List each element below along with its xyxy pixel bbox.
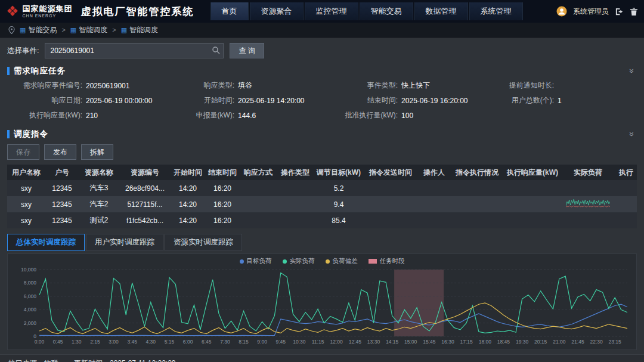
demand-field: 用户总数(个):1 xyxy=(492,94,637,107)
tab-1[interactable]: 总体实时调度跟踪 xyxy=(7,234,85,251)
svg-text:23:15: 23:15 xyxy=(609,339,622,345)
command-buttons: 保存发布拆解 xyxy=(7,144,637,160)
svg-text:3:45: 3:45 xyxy=(127,339,137,345)
event-select-label: 选择事件: xyxy=(7,46,39,56)
nav-item-6[interactable]: 系统管理 xyxy=(469,2,523,20)
table-cell: 16:20 xyxy=(205,216,240,225)
nav-item-1[interactable]: 首页 xyxy=(210,2,249,20)
svg-text:14:15: 14:15 xyxy=(386,339,399,345)
trash-icon[interactable] xyxy=(630,7,638,16)
field-label: 执行响应量(kW): xyxy=(7,110,82,120)
legend-item[interactable]: 负荷偏差 xyxy=(326,257,358,265)
column-header: 操作人 xyxy=(417,168,451,178)
nav-item-2[interactable]: 资源聚合 xyxy=(250,2,304,20)
demand-field: 开始时间:2025-06-19 14:20:00 xyxy=(177,94,335,107)
module-grid-icon: ▦ xyxy=(70,26,76,34)
collapse-demand-icon[interactable]: » xyxy=(627,69,637,73)
field-value: 210 xyxy=(86,112,98,120)
update-time: 更新时间：2025-07-11 12:22:29 xyxy=(74,358,176,362)
svg-text:17:15: 17:15 xyxy=(460,339,473,345)
company-name-cn: 国家能源集团 xyxy=(23,5,73,13)
svg-text:2:15: 2:15 xyxy=(90,339,100,345)
svg-text:8:15: 8:15 xyxy=(239,339,249,345)
user-avatar-icon xyxy=(556,6,567,17)
svg-text:4,000: 4,000 xyxy=(24,307,37,313)
svg-text:18:45: 18:45 xyxy=(497,339,510,345)
load-sparkline xyxy=(566,198,610,209)
svg-text:4:30: 4:30 xyxy=(146,339,156,345)
field-value: 2025-06-19 14:20:00 xyxy=(238,97,304,105)
svg-text:0:00: 0:00 xyxy=(35,339,45,345)
field-value: 填谷 xyxy=(238,81,252,91)
dispatch-section-title: 调度指令 xyxy=(14,129,48,140)
search-icon[interactable] xyxy=(212,46,220,57)
demand-field: 响应类型:填谷 xyxy=(177,79,335,92)
svg-text:3:00: 3:00 xyxy=(109,339,119,345)
legend-item[interactable]: 实际负荷 xyxy=(283,257,315,265)
section-accent-bar xyxy=(7,130,10,138)
event-select-wrap xyxy=(45,43,224,58)
decompose-button[interactable]: 拆解 xyxy=(81,144,113,160)
svg-text:6,000: 6,000 xyxy=(24,293,37,299)
column-header: 户号 xyxy=(45,168,79,178)
nav-item-4[interactable]: 智能交易 xyxy=(360,2,413,20)
breadcrumb-item[interactable]: ▦智能交易 xyxy=(20,25,57,35)
module-grid-icon: ▦ xyxy=(121,26,127,34)
table-cell: sxy xyxy=(7,200,45,209)
column-header: 执行响应量(kW) xyxy=(503,168,562,178)
nav-item-5[interactable]: 数据管理 xyxy=(414,2,468,20)
logout-icon[interactable] xyxy=(615,7,624,16)
svg-text:18:00: 18:00 xyxy=(479,339,492,345)
table-header-row: 用户名称户号资源名称资源编号开始时间结束时间响应方式操作类型调节目标(kW)指令… xyxy=(7,165,637,180)
field-value: 快上快下 xyxy=(401,81,430,91)
nav-item-3[interactable]: 监控管理 xyxy=(305,2,358,20)
breadcrumb-item[interactable]: ▦智能调度 xyxy=(70,25,107,35)
field-label: 提前通知时长: xyxy=(492,81,554,91)
breadcrumb-item[interactable]: ▦智能调度 xyxy=(121,25,158,35)
field-value: 2025-06-19 00:00:00 xyxy=(86,97,152,105)
publish-button[interactable]: 发布 xyxy=(44,144,76,160)
company-name-en: CHN ENERGY xyxy=(23,14,73,18)
event-select-input[interactable] xyxy=(45,43,224,58)
load-tracking-chart: 02,0004,0006,0008,00010,0000:000:451:302… xyxy=(13,266,631,346)
svg-text:10:30: 10:30 xyxy=(293,339,306,345)
table-row[interactable]: sxy12345汽车326e8cf904...14:2016:205.2 xyxy=(7,180,637,196)
legend-item[interactable]: 任务时段 xyxy=(369,257,405,265)
main-nav: 首页资源聚合监控管理智能交易数据管理系统管理 xyxy=(210,0,524,23)
table-cell: 16:20 xyxy=(205,200,240,209)
demand-field: 批准执行量(kW):100 xyxy=(335,109,492,122)
tracking-tabs: 总体实时调度跟踪用户实时调度跟踪资源实时调度跟踪 xyxy=(7,234,637,251)
save-button[interactable]: 保存 xyxy=(7,144,39,160)
tab-3[interactable]: 资源实时调度跟踪 xyxy=(165,234,242,251)
collapse-dispatch-icon[interactable]: » xyxy=(627,132,637,137)
svg-text:7:30: 7:30 xyxy=(220,339,230,345)
field-value: 1 xyxy=(558,97,562,105)
query-row: 选择事件: 查 询 xyxy=(7,42,637,59)
tab-2[interactable]: 用户实时调度跟踪 xyxy=(86,234,163,251)
svg-text:20:15: 20:15 xyxy=(534,339,547,345)
field-label: 用户总数(个): xyxy=(492,95,554,106)
field-label: 批准执行量(kW): xyxy=(335,110,398,120)
column-header: 调节目标(kW) xyxy=(314,168,364,178)
breadcrumb-separator: > xyxy=(112,26,116,33)
table-row[interactable]: sxy12345汽车25127115f...14:2016:209.4 xyxy=(7,196,637,212)
svg-text:15:00: 15:00 xyxy=(404,339,417,345)
demand-field: 响应日期:2025-06-19 00:00:00 xyxy=(7,94,177,107)
table-cell: f1fc542cb... xyxy=(119,216,171,225)
field-value: 20250619001 xyxy=(86,82,129,90)
module-grid-icon: ▦ xyxy=(20,26,26,34)
column-header: 执行 xyxy=(614,168,638,178)
column-header: 实际负荷 xyxy=(562,168,614,178)
legend-dot-icon xyxy=(326,259,330,264)
svg-text:12:45: 12:45 xyxy=(349,339,362,345)
demand-field: 事件类型:快上快下 xyxy=(335,79,492,92)
table-row[interactable]: sxy12345测试2f1fc542cb...14:2016:2085.4 xyxy=(7,212,637,228)
dispatch-table: 用户名称户号资源名称资源编号开始时间结束时间响应方式操作类型调节目标(kW)指令… xyxy=(7,165,637,228)
field-label: 响应日期: xyxy=(7,95,82,106)
legend-item[interactable]: 目标负荷 xyxy=(240,257,272,265)
demand-field xyxy=(492,109,637,122)
svg-text:11:15: 11:15 xyxy=(312,339,324,345)
demand-field: 申报量(kW):144.6 xyxy=(177,109,335,122)
query-button[interactable]: 查 询 xyxy=(230,43,264,58)
legend-dot-icon xyxy=(240,259,244,264)
